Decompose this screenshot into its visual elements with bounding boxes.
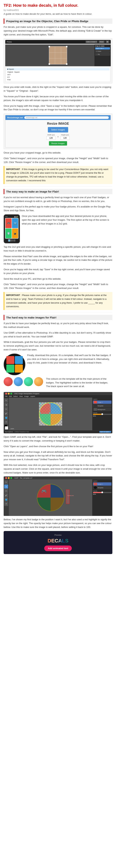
- option-4-3[interactable]: 4:3: [6, 76, 110, 79]
- final-badge-circle: 🎮: [37, 484, 64, 511]
- opacity2-handle[interactable]: [101, 491, 103, 493]
- layer-item-3[interactable]: Background: [93, 408, 112, 411]
- option-free[interactable]: Free: [6, 79, 110, 81]
- select-images-btn[interactable]: Select Images: [48, 127, 68, 132]
- gimp-close-btn[interactable]: [5, 393, 7, 395]
- badge-cell-1: 🎮: [5, 218, 11, 228]
- width-input[interactable]: [46, 136, 55, 140]
- final-cell-tr: [50, 484, 64, 498]
- handle-tr[interactable]: [49, 403, 50, 404]
- layout-2x2-btn[interactable]: [8, 239, 10, 242]
- gimp2-min-btn[interactable]: [8, 477, 10, 479]
- layer-thumb-2: [94, 404, 97, 407]
- share-btn[interactable]: Share: [99, 41, 105, 43]
- opacity2-track[interactable]: [93, 492, 112, 493]
- tool-fill[interactable]: 🪣: [4, 416, 8, 420]
- handle-br[interactable]: [49, 412, 50, 413]
- screenshot-ms-photo: Photos Edit & Create ▾ Share 🗑: [4, 38, 112, 84]
- handle-tl[interactable]: [40, 403, 41, 404]
- opacity-handle[interactable]: [101, 413, 103, 415]
- gimp-max-btn[interactable]: [10, 393, 12, 395]
- transform-tool-label: Unified Transform Tool: [14, 431, 29, 433]
- swatch-green: [24, 377, 33, 386]
- open-as-layers-btn[interactable]: Open as Layers...: [99, 431, 111, 433]
- final-cell-br: [50, 498, 64, 511]
- final-canvas: 🎮 Opacity bar: [37, 484, 64, 511]
- layer2-item-1[interactable]: 🎮 Badge 1: [93, 483, 112, 486]
- menu-select[interactable]: Select: [13, 396, 18, 397]
- gimp-final-screenshot: GIMP - flair_template.xcf ↖ ⇲ ✂ 🖌 🪣 T 🎮: [4, 476, 112, 516]
- opacity2-value: 50%: [93, 493, 112, 495]
- width-label: Width (px): [47, 134, 55, 136]
- canvas-area: [39, 402, 62, 426]
- option-square[interactable]: ■ Square: [6, 68, 110, 70]
- layer2-thumb-1: 🎮: [94, 483, 97, 485]
- zoom-indicator: 100%: [10, 428, 14, 430]
- menu-layers[interactable]: Layers: [30, 396, 35, 397]
- menu-image[interactable]: Image: [24, 396, 29, 397]
- gimp-screenshot: GNU Image Manipulation Program File Edit…: [4, 392, 112, 433]
- opacity-track[interactable]: [93, 414, 112, 415]
- menu-file[interactable]: File: [5, 396, 8, 397]
- height-input[interactable]: [61, 136, 70, 140]
- tool-text[interactable]: T: [4, 420, 8, 424]
- delete-btn[interactable]: 🗑: [106, 41, 109, 43]
- tool-paint[interactable]: 🖌: [4, 411, 8, 415]
- rotate-btn[interactable]: ⟳ Rotate: [95, 50, 110, 53]
- para-3-4: The colours on the template will be the …: [46, 377, 112, 389]
- tool2-crop[interactable]: ✂: [4, 489, 8, 493]
- layout-other-btn2[interactable]: [13, 239, 15, 242]
- badge-cell-2: ⚔️: [12, 218, 18, 228]
- animated-text-subtitle: Preview: [54, 534, 62, 536]
- menu-edit[interactable]: Edit: [9, 396, 12, 397]
- tool2-text[interactable]: T: [4, 502, 8, 506]
- resize-btn[interactable]: Resize Images: [49, 141, 67, 146]
- tool-pointer[interactable]: ↖: [4, 398, 8, 402]
- layers2-title: Layers: [93, 480, 112, 482]
- gimp-title: GNU Image Manipulation Program: [14, 393, 39, 395]
- url-bar: resizeimage.net: [24, 116, 109, 119]
- tool-crop[interactable]: ✂: [4, 407, 8, 411]
- option-original-square[interactable]: Original - Square: [6, 71, 110, 73]
- gimp-min-btn[interactable]: [8, 393, 10, 395]
- edit-create-btn[interactable]: Edit & Create ▾: [85, 41, 98, 43]
- important-text-2: Please make sure your photo is a png. If…: [6, 294, 107, 308]
- layer2-item-2[interactable]: Template: [93, 486, 112, 489]
- handle-bl[interactable]: [40, 412, 41, 413]
- phone-screen: 🎮 ⚔️ 🛡️ 💣: [5, 218, 18, 239]
- swatch-orange: [34, 377, 43, 386]
- menu-view[interactable]: View: [19, 396, 23, 397]
- badge-preview-3: [6, 365, 14, 373]
- cell-br: [50, 414, 62, 425]
- phone-signal: ▐▐ ▐ 🔋: [14, 216, 18, 217]
- opacity-control: Opacity 50%: [93, 412, 112, 417]
- badge-cell-4: 💣: [12, 228, 18, 238]
- page-title: TF2: How to make decals, in full colour.: [4, 3, 112, 8]
- tool2-paint[interactable]: 🖌: [4, 493, 8, 497]
- animated-text-preview: DECALS: [47, 538, 68, 544]
- important-note-1: IMPORTANT : If this image is going to be…: [4, 166, 112, 184]
- tool2-fill[interactable]: 🪣: [4, 498, 8, 502]
- section-heading-3: The hard way to make images for Flair!: [4, 315, 112, 320]
- resize-site-heading: Resize IMAGE: [47, 122, 69, 126]
- final-cell-bl: [37, 498, 50, 511]
- flip-btn[interactable]: ↔ Flip: [95, 53, 110, 56]
- tool2-pointer[interactable]: ↖: [4, 480, 8, 484]
- layer-item-1[interactable]: Image 1: [93, 401, 112, 404]
- layout-other-btn[interactable]: [11, 239, 13, 242]
- para-1-5: Click "Select Images", and once you've o…: [4, 157, 112, 164]
- para-1-3: Once you're happy with the image, click …: [4, 104, 112, 112]
- template-circle-preview: [4, 353, 25, 375]
- gimp2-close-btn[interactable]: [5, 477, 7, 479]
- bg-color[interactable]: [5, 426, 8, 430]
- option-16-9[interactable]: 16:9: [6, 73, 110, 76]
- tool2-transform[interactable]: ⇲: [4, 485, 8, 489]
- gimp2-max-btn[interactable]: [10, 477, 12, 479]
- page-description: A guide on how to make decals for your i…: [4, 12, 112, 16]
- add-animated-text-button[interactable]: Add animated text: [44, 546, 72, 551]
- para-1-0: For decals, just make sure your photo is…: [4, 25, 112, 36]
- layer-item-2[interactable]: Template: [93, 404, 112, 407]
- aspect-ratio-btn[interactable]: Aspect ratio ▾: [95, 48, 110, 50]
- toolbar-title: Photos: [7, 41, 12, 43]
- tool-transform[interactable]: ⇲: [4, 403, 8, 407]
